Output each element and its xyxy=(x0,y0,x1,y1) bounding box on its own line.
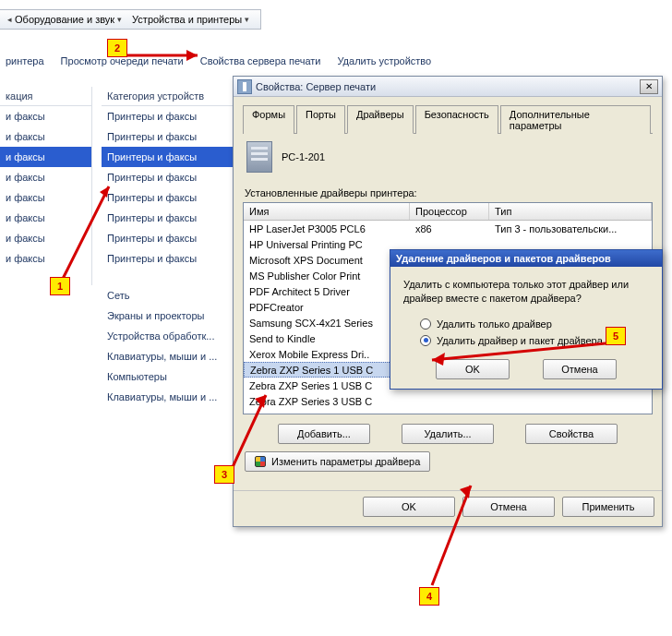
server-icon xyxy=(246,141,272,173)
column-header-processor[interactable]: Процессор xyxy=(410,203,489,220)
list-item[interactable]: Клавиатуры, мыши и ... xyxy=(102,346,235,366)
annotation-2: 2 xyxy=(107,39,127,57)
close-button[interactable]: ✕ xyxy=(640,79,658,94)
annotation-arrow-2 xyxy=(124,44,216,68)
column-header[interactable]: кация xyxy=(0,87,91,106)
window-title: Свойства: Сервер печати xyxy=(256,81,640,92)
annotation-arrow-1 xyxy=(55,175,129,288)
driver-properties-button[interactable]: Свойства xyxy=(525,424,618,444)
annotation-arrow-5 xyxy=(426,342,611,371)
annotation-4: 4 xyxy=(419,587,439,606)
annotation-3: 3 xyxy=(214,465,234,484)
list-item[interactable]: Экраны и проекторы xyxy=(102,306,235,326)
annotation-1: 1 xyxy=(50,277,70,295)
list-item[interactable]: Сеть xyxy=(102,285,235,306)
column-header-type[interactable]: Тип xyxy=(489,203,652,220)
list-item[interactable]: Компьютеры xyxy=(102,366,235,387)
list-item[interactable]: и факсы xyxy=(0,106,91,126)
apply-button[interactable]: Применить xyxy=(562,497,654,517)
delete-driver-button[interactable]: Удалить... xyxy=(402,424,494,444)
modal-title[interactable]: Удаление драйверов и пакетов драйверов xyxy=(390,250,662,267)
list-item[interactable]: и факсы xyxy=(0,147,91,167)
list-item[interactable]: Клавиатуры, мыши и ... xyxy=(102,387,235,407)
chevron-down-icon: ▾ xyxy=(245,15,249,24)
tab-безопасность[interactable]: Безопасность xyxy=(415,105,498,134)
tab-формы[interactable]: Формы xyxy=(243,105,294,134)
chevron-left-icon: ◂ xyxy=(7,15,12,24)
driver-row[interactable]: HP LaserJet P3005 PCL6x86Тип 3 - пользов… xyxy=(244,221,652,236)
breadcrumb-seg-devices[interactable]: Устройства и принтеры ▾ xyxy=(127,10,255,29)
driver-row[interactable]: Zebra ZXP Series 3 USB C xyxy=(244,393,652,409)
annotation-5: 5 xyxy=(606,327,626,345)
list-item[interactable]: Принтеры и факсы xyxy=(102,126,235,147)
button-label: Изменить параметры драйвера xyxy=(271,456,420,467)
column-header-name[interactable]: Имя xyxy=(244,203,410,220)
svg-marker-4 xyxy=(432,353,445,366)
list-item[interactable]: Принтеры и факсы xyxy=(102,147,235,167)
toolbar-item[interactable]: ринтера xyxy=(6,55,44,66)
address-bar: ◂ Оборудование и звук ▾ Устройства и при… xyxy=(0,9,261,30)
svg-marker-1 xyxy=(186,50,198,61)
drivers-list-header: Имя Процессор Тип xyxy=(244,203,652,221)
annotation-arrow-3 xyxy=(227,388,282,473)
modal-question: Удалить с компьютера только этот драйвер… xyxy=(403,278,649,306)
server-name: PC-1-201 xyxy=(282,151,325,162)
toolbar-server-properties[interactable]: Свойства сервера печати xyxy=(200,55,321,66)
radio-icon xyxy=(420,318,431,330)
list-item[interactable]: и факсы xyxy=(0,126,91,147)
tab-драйверы[interactable]: Драйверы xyxy=(347,105,414,134)
tab-strip: ФормыПортыДрайверыБезопасностьДополнител… xyxy=(243,104,653,134)
annotation-arrow-4 xyxy=(426,480,482,593)
tab-дополнительные параметры[interactable]: Дополнительные параметры xyxy=(500,105,651,134)
chevron-down-icon: ▾ xyxy=(117,15,122,24)
column-header[interactable]: Категория устройств xyxy=(102,87,235,106)
toolbar: ринтера Просмотр очереди печати Свойства… xyxy=(0,55,437,66)
toolbar-remove-device[interactable]: Удалить устройство xyxy=(337,55,431,66)
titlebar[interactable]: Свойства: Сервер печати ✕ xyxy=(234,77,662,97)
window-icon xyxy=(237,79,252,94)
tab-порты[interactable]: Порты xyxy=(296,105,345,134)
breadcrumb-label: Устройства и принтеры xyxy=(132,14,242,25)
breadcrumb-seg-hardware[interactable]: ◂ Оборудование и звук ▾ xyxy=(0,10,127,29)
radio-label: Удалить только драйвер xyxy=(437,318,552,330)
list-item[interactable]: Принтеры и факсы xyxy=(102,106,235,126)
drivers-list-label: Установленные драйверы принтера: xyxy=(245,187,653,198)
breadcrumb-label: Оборудование и звук xyxy=(15,14,114,25)
list-item[interactable]: Устройства обработк... xyxy=(102,326,235,346)
add-driver-button[interactable]: Добавить... xyxy=(278,424,370,444)
